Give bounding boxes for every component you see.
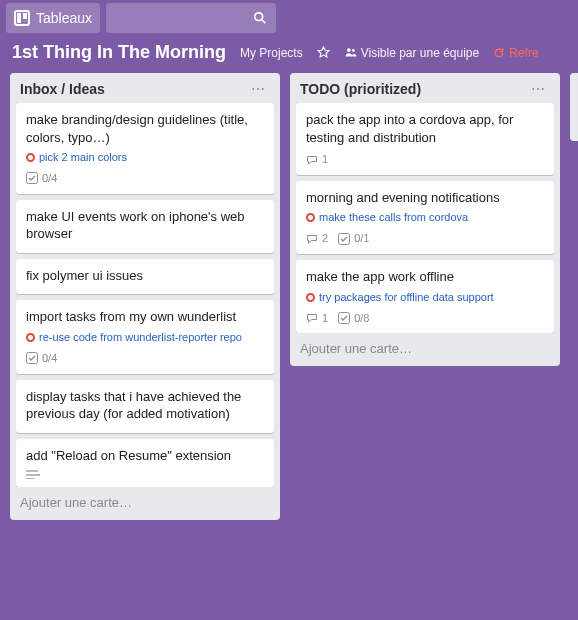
card[interactable]: display tasks that i have achieved the p… (16, 380, 274, 433)
team-icon (344, 46, 357, 59)
attachment-text: pick 2 main colors (39, 150, 127, 165)
add-card-button[interactable]: Ajouter une carte… (290, 333, 560, 366)
attachment-text: try packages for offline data support (319, 290, 494, 305)
refresh-icon (493, 47, 505, 59)
card[interactable]: pack the app into a cordova app, for tes… (296, 103, 554, 175)
search-input[interactable] (106, 3, 276, 33)
checklist-count: 0/8 (354, 311, 369, 326)
card-attachment: make these calls from cordova (306, 210, 544, 225)
card-attachment: re-use code from wunderlist-reporter rep… (26, 330, 264, 345)
comments-badge: 1 (306, 152, 328, 167)
list-header: TODO (prioritized) ⋯ (290, 73, 560, 103)
card-container: make branding/design guidelines (title, … (10, 103, 280, 487)
comments-count: 2 (322, 231, 328, 246)
star-icon (317, 46, 330, 59)
list-title[interactable]: Inbox / Ideas (20, 81, 105, 97)
refresh-button[interactable]: Refre (493, 46, 538, 60)
visibility-label: Visible par une équipe (361, 46, 480, 60)
comment-icon (306, 233, 318, 245)
card-badges: 0/4 (26, 171, 264, 186)
svg-rect-7 (27, 173, 38, 184)
card-badges (26, 470, 264, 479)
visibility-button[interactable]: Visible par une équipe (344, 46, 480, 60)
checklist-badge: 0/1 (338, 231, 369, 246)
svg-line-4 (262, 20, 266, 24)
attachment-icon (26, 153, 35, 162)
list-todo-prioritized: TODO (prioritized) ⋯ pack the app into a… (290, 73, 560, 366)
attachment-icon (306, 213, 315, 222)
card-badges: 2 0/1 (306, 231, 544, 246)
card-badges: 1 0/8 (306, 311, 544, 326)
boards-button-label: Tableaux (36, 10, 92, 26)
attachment-icon (306, 293, 315, 302)
card[interactable]: make UI events work on iphone's web brow… (16, 200, 274, 253)
team-link[interactable]: My Projects (240, 46, 303, 60)
card-badges: 1 (306, 152, 544, 167)
svg-rect-8 (27, 353, 38, 364)
comments-badge: 2 (306, 231, 328, 246)
card-title: add "Reload on Resume" extension (26, 447, 264, 465)
card-title: make branding/design guidelines (title, … (26, 111, 264, 146)
attachment-text: re-use code from wunderlist-reporter rep… (39, 330, 242, 345)
checklist-count: 0/4 (42, 171, 57, 186)
checklist-badge: 0/4 (26, 171, 57, 186)
description-icon (26, 470, 40, 479)
comments-count: 1 (322, 152, 328, 167)
refresh-label: Refre (509, 46, 538, 60)
global-topbar: Tableaux (0, 0, 578, 36)
checklist-icon (26, 352, 38, 364)
checklist-icon (26, 172, 38, 184)
board-canvas[interactable]: Inbox / Ideas ⋯ make branding/design gui… (0, 73, 578, 530)
attachment-text: make these calls from cordova (319, 210, 468, 225)
svg-rect-2 (23, 13, 27, 19)
card[interactable]: make branding/design guidelines (title, … (16, 103, 274, 194)
list-menu-button[interactable]: ⋯ (247, 81, 270, 97)
card-title: make UI events work on iphone's web brow… (26, 208, 264, 243)
board-header: 1st Thing In The Morning My Projects Vis… (0, 36, 578, 73)
card-badges: 0/4 (26, 351, 264, 366)
list-menu-button[interactable]: ⋯ (527, 81, 550, 97)
checklist-count: 0/4 (42, 351, 57, 366)
board-icon (14, 10, 30, 26)
card[interactable]: import tasks from my own wunderlist re-u… (16, 300, 274, 373)
svg-rect-10 (339, 312, 350, 323)
comment-icon (306, 312, 318, 324)
svg-point-6 (352, 49, 355, 52)
svg-point-3 (255, 13, 263, 21)
card[interactable]: fix polymer ui issues (16, 259, 274, 295)
card-title: pack the app into a cordova app, for tes… (306, 111, 544, 146)
comments-badge: 1 (306, 311, 328, 326)
add-card-button[interactable]: Ajouter une carte… (10, 487, 280, 520)
list-inbox-ideas: Inbox / Ideas ⋯ make branding/design gui… (10, 73, 280, 520)
boards-button[interactable]: Tableaux (6, 3, 100, 33)
attachment-icon (26, 333, 35, 342)
card-title: display tasks that i have achieved the p… (26, 388, 264, 423)
checklist-icon (338, 312, 350, 324)
card-attachment: try packages for offline data support (306, 290, 544, 305)
checklist-badge: 0/4 (26, 351, 57, 366)
card-title: morning and evening notifications (306, 189, 544, 207)
comments-count: 1 (322, 311, 328, 326)
card-attachment: pick 2 main colors (26, 150, 264, 165)
list-title[interactable]: TODO (prioritized) (300, 81, 421, 97)
checklist-icon (338, 233, 350, 245)
checklist-count: 0/1 (354, 231, 369, 246)
card-title: make the app work offline (306, 268, 544, 286)
board-title[interactable]: 1st Thing In The Morning (12, 42, 226, 63)
card-title: import tasks from my own wunderlist (26, 308, 264, 326)
list-stub[interactable] (570, 73, 578, 141)
card[interactable]: add "Reload on Resume" extension (16, 439, 274, 488)
comment-icon (306, 154, 318, 166)
svg-rect-1 (17, 13, 21, 23)
card-title: fix polymer ui issues (26, 267, 264, 285)
svg-point-5 (347, 48, 351, 52)
list-header: Inbox / Ideas ⋯ (10, 73, 280, 103)
card[interactable]: make the app work offline try packages f… (296, 260, 554, 333)
description-badge (26, 470, 40, 479)
card[interactable]: morning and evening notifications make t… (296, 181, 554, 254)
search-icon (252, 10, 268, 26)
star-button[interactable] (317, 46, 330, 59)
checklist-badge: 0/8 (338, 311, 369, 326)
svg-rect-9 (339, 233, 350, 244)
card-container: pack the app into a cordova app, for tes… (290, 103, 560, 333)
